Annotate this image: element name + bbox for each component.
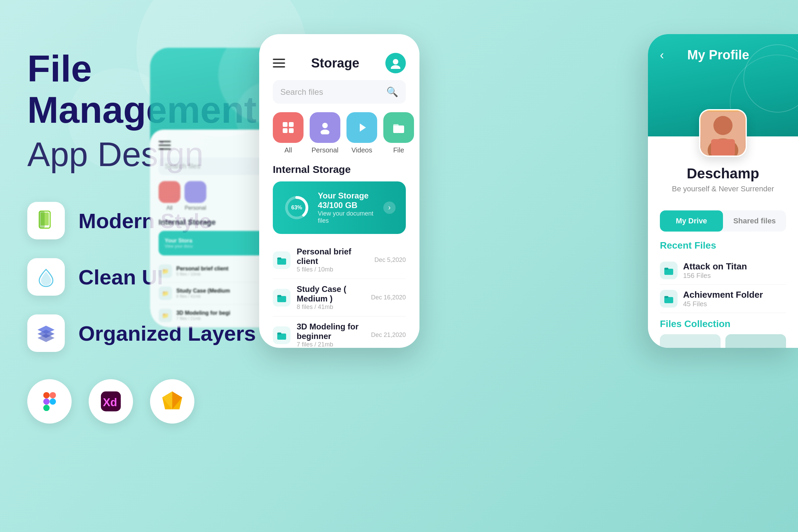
collection-item-1[interactable] [660,334,721,348]
file-row-2[interactable]: Study Case ( Medium ) 8 files / 41mb Dec… [273,279,406,316]
modern-style-icon-wrap [27,202,65,239]
recent-file-info-1: Attack on Titan 156 Files [683,261,786,280]
svg-marker-24 [360,123,366,132]
file-folder-icon-1 [273,251,291,269]
tab-shared-files[interactable]: Shared files [723,210,786,232]
file-date-3: Dec 21,2020 [371,331,406,339]
svg-rect-6 [43,392,49,398]
user-avatar-icon [390,57,401,69]
recent-files-list: Attack on Titan 156 Files Achievment Fol… [648,256,798,313]
category-videos[interactable]: Videos [346,112,377,154]
file-info-2: Study Case ( Medium ) 8 files / 41mb [297,284,365,311]
profile-title: My Profile [687,48,749,62]
all-category-label: All [284,146,292,154]
svg-point-10 [49,398,56,405]
phone-main-header: Storage [259,34,419,80]
hamburger-menu[interactable] [273,59,285,68]
svg-point-23 [321,130,329,134]
person-icon [318,121,332,134]
svg-rect-2 [39,211,45,228]
search-placeholder: Search files [280,87,323,97]
phone-icon [36,210,56,231]
files-collection-title: Files Collection [648,313,798,334]
profile-tabs: My Drive Shared files [660,210,786,232]
svg-text:63%: 63% [291,205,302,210]
category-file[interactable]: File [383,112,414,154]
recent-file-row-1[interactable]: Attack on Titan 156 Files [660,256,786,285]
file-row[interactable]: Personal brief client 5 files / 10mb Dec… [273,241,406,279]
svg-rect-41 [664,268,668,270]
folder-icon [392,121,405,134]
file-meta-3: 7 files / 21mb [297,341,365,348]
figma-icon-wrap [27,379,72,424]
recent-file-name-2: Achievment Folder [683,290,786,300]
categories-row: All Personal Videos [259,112,419,164]
file-info-3: 3D Modeling for beginner 7 files / 21mb [297,322,365,348]
file-name-2: Study Case ( Medium ) [297,284,365,304]
grid-icon [281,121,295,134]
file-name-1: Personal brief client [297,247,368,266]
file-meta-1: 5 files / 10mb [297,266,368,273]
recent-file-count-2: 45 Files [683,300,786,308]
recent-file-icon-2 [660,290,678,308]
figma-icon [39,390,61,413]
folder-icon-1 [277,255,287,265]
recent-file-info-2: Achievment Folder 45 Files [683,290,786,308]
tool-icons: Xd [27,379,259,424]
recent-file-row-2[interactable]: Achievment Folder 45 Files [660,285,786,313]
storage-card[interactable]: 63% Your Storage 43/100 GB View your doc… [273,181,406,234]
svg-rect-8 [43,398,49,405]
svg-rect-31 [277,257,281,260]
profile-tagline: Be yourself & Never Surrender [660,184,786,193]
file-name-3: 3D Modeling for beginner [297,322,365,341]
storage-info: Your Storage 43/100 GB View your documen… [318,191,376,224]
file-category-icon [383,112,414,143]
sketch-icon-wrap [150,379,194,424]
svg-rect-20 [283,128,287,133]
collection-item-2[interactable] [725,334,786,348]
folder-icon-attack [664,265,674,276]
file-date-2: Dec 16,2020 [371,294,406,301]
tab-my-drive[interactable]: My Drive [660,210,723,232]
category-all[interactable]: All [273,112,304,154]
svg-rect-9 [43,404,49,411]
xd-icon-wrap: Xd [89,379,133,424]
recent-file-icon-1 [660,262,678,279]
recent-file-count-1: 156 Files [683,272,786,280]
category-personal[interactable]: Personal [310,112,340,154]
file-info-1: Personal brief client 5 files / 10mb [297,247,368,273]
clean-ui-icon-wrap [27,258,65,296]
back-button[interactable]: ‹ [660,48,664,62]
file-list: Personal brief client 5 files / 10mb Dec… [259,241,419,348]
storage-sublabel: View your document files [318,210,376,224]
file-meta-2: 8 files / 41mb [297,304,365,311]
organized-layers-icon-wrap [27,314,65,352]
phone-right: ‹ My Profile Deschamp Be yourself & Neve… [648,34,798,348]
phone-main: Storage Search files 🔍 All [259,34,419,348]
svg-text:Xd: Xd [103,396,117,409]
xd-icon: Xd [99,389,123,413]
folder-icon-2 [277,293,287,303]
svg-point-37 [713,116,733,135]
svg-rect-43 [664,296,668,298]
internal-storage-title: Internal Storage [259,164,419,181]
search-icon: 🔍 [386,86,398,98]
profile-avatar-img [700,110,745,156]
svg-point-16 [393,59,398,64]
play-icon [355,121,369,134]
svg-rect-26 [393,124,399,127]
svg-rect-19 [289,122,294,127]
search-bar[interactable]: Search files 🔍 [273,80,406,104]
layers-icon [36,323,56,343]
storage-arrow[interactable]: › [383,202,396,214]
storage-amount: Your Storage 43/100 GB [318,191,376,210]
file-row-3[interactable]: 3D Modeling for beginner 7 files / 21mb … [273,316,406,348]
drop-icon [36,267,56,287]
folder-icon-achievement [664,294,674,304]
file-category-label: File [393,146,404,154]
storage-donut-chart: 63% [283,194,310,221]
user-avatar[interactable] [385,53,406,73]
svg-point-22 [322,123,328,128]
svg-rect-18 [283,122,287,127]
phone-main-title: Storage [311,56,359,71]
